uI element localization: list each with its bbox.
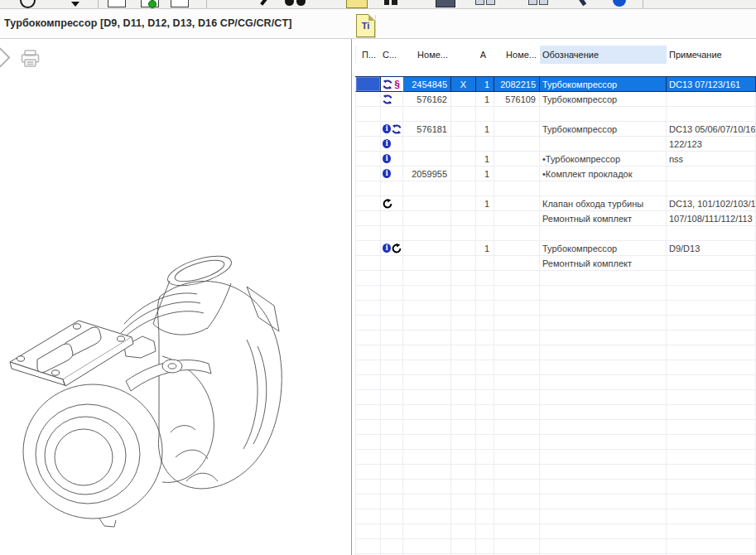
table-row[interactable] [355, 375, 756, 390]
cell-pos [355, 405, 381, 420]
grid-icon[interactable] [475, 0, 495, 5]
table-row[interactable]: Ремонтный комплект107/108/111/112/113 [355, 211, 756, 226]
cell-x [451, 420, 476, 435]
column-header-status[interactable]: С... [381, 46, 403, 64]
cell-status [381, 256, 403, 271]
cell-status [381, 465, 403, 480]
key-icon[interactable] [260, 0, 270, 6]
table-row[interactable]: 1Клапан обхода турбиныDC13, 101/102/103/… [355, 196, 756, 211]
table-row[interactable] [355, 360, 756, 375]
document-icon[interactable] [108, 0, 126, 7]
table-row[interactable] [355, 480, 756, 495]
cell-pos [355, 390, 381, 405]
cell-number2 [494, 122, 540, 137]
help-icon[interactable] [613, 0, 626, 7]
plug-icon[interactable] [384, 0, 397, 5]
monitor-icon[interactable] [436, 0, 455, 7]
table-row[interactable] [355, 286, 756, 301]
cell-remark [667, 286, 756, 301]
cell-remark [667, 331, 756, 345]
cell-designation: •Турбокомпрессор [540, 152, 667, 166]
info-icon: i [383, 169, 391, 178]
column-header-x[interactable] [451, 46, 476, 64]
table-row[interactable] [355, 345, 756, 360]
cell-status [381, 539, 403, 554]
cell-pos [355, 331, 381, 345]
document-plain-icon[interactable] [171, 0, 189, 7]
cell-status [381, 211, 403, 226]
cell-number2 [494, 345, 540, 360]
table-row[interactable]: §2454845X12082215ТурбокомпрессорDC13 07/… [355, 77, 756, 92]
table-row[interactable] [355, 301, 756, 316]
zoom-partial-icon[interactable] [0, 47, 11, 67]
binoculars-icon[interactable] [285, 0, 306, 6]
cell-x [451, 390, 476, 405]
cell-qty [476, 301, 494, 316]
table-row[interactable] [355, 495, 756, 509]
cell-status [381, 196, 403, 211]
cell-designation [540, 390, 667, 405]
grid-body: §2454845X12082215ТурбокомпрессорDC13 07/… [355, 77, 756, 555]
table-row[interactable] [355, 509, 756, 524]
cell-x [451, 301, 476, 316]
cell-number [403, 480, 451, 495]
cell-number [403, 495, 451, 509]
column-header-number2[interactable]: Номе... [494, 46, 540, 64]
cell-designation [540, 480, 667, 495]
cell-status: i [381, 166, 403, 181]
note-icon[interactable] [346, 0, 368, 8]
cell-status [381, 360, 403, 375]
pane-splitter[interactable] [351, 39, 352, 555]
wrench-icon[interactable] [577, 0, 587, 6]
cell-pos [355, 256, 381, 271]
cell-x [451, 256, 476, 271]
table-row[interactable] [355, 420, 756, 435]
document-check-icon[interactable] [141, 0, 159, 7]
grid2-icon[interactable] [528, 0, 548, 5]
table-row[interactable]: 5761621576109Турбокомпрессор [355, 92, 756, 107]
exchange-icon [383, 94, 392, 104]
table-row[interactable] [355, 390, 756, 405]
cell-number2 [494, 509, 540, 524]
cell-x [451, 181, 476, 196]
column-header-qty[interactable]: А [476, 46, 494, 64]
table-row[interactable]: i5761811ТурбокомпрессорDC13 05/06/07/10/… [355, 122, 756, 137]
table-row[interactable] [355, 435, 756, 450]
cell-status [381, 286, 403, 301]
cell-status [381, 450, 403, 465]
table-row[interactable]: Ремонтный комплект [355, 256, 756, 271]
table-row[interactable] [355, 331, 756, 345]
refresh-icon[interactable] [20, 0, 36, 8]
cell-x [451, 196, 476, 211]
column-header-designation[interactable]: Обозначение [540, 46, 667, 64]
table-row[interactable] [355, 226, 756, 241]
cell-qty [476, 286, 494, 301]
table-row[interactable] [355, 539, 756, 554]
table-row[interactable] [355, 405, 756, 420]
table-row[interactable]: i1•Турбокомпрессорnss [355, 152, 756, 166]
cell-number2 [494, 465, 540, 480]
print-icon[interactable] [21, 50, 41, 68]
table-row[interactable]: i122/123 [355, 137, 756, 152]
column-header-pos[interactable]: П... [355, 46, 381, 64]
table-row[interactable] [355, 524, 756, 539]
table-row[interactable]: i20599551•Комплект прокладок [355, 166, 756, 181]
dropdown-icon[interactable] [71, 2, 79, 7]
table-row[interactable] [355, 316, 756, 331]
table-row[interactable] [355, 107, 756, 122]
cell-designation [540, 524, 667, 539]
info-icon: i [383, 139, 391, 148]
table-row[interactable]: i1ТурбокомпрессорD9/D13 [355, 241, 756, 256]
table-row[interactable] [355, 271, 756, 286]
table-row[interactable] [355, 181, 756, 196]
column-header-number[interactable]: Номе... [403, 46, 451, 64]
cell-pos [355, 196, 381, 211]
ti-document-icon[interactable]: Ti [356, 14, 375, 37]
table-row[interactable] [355, 465, 756, 480]
column-header-remark[interactable]: Примечание [667, 46, 756, 64]
cell-pos [355, 539, 381, 554]
cell-designation: Турбокомпрессор [540, 92, 667, 107]
table-row[interactable] [355, 450, 756, 465]
cell-pos [355, 241, 381, 256]
cell-designation [540, 301, 667, 316]
